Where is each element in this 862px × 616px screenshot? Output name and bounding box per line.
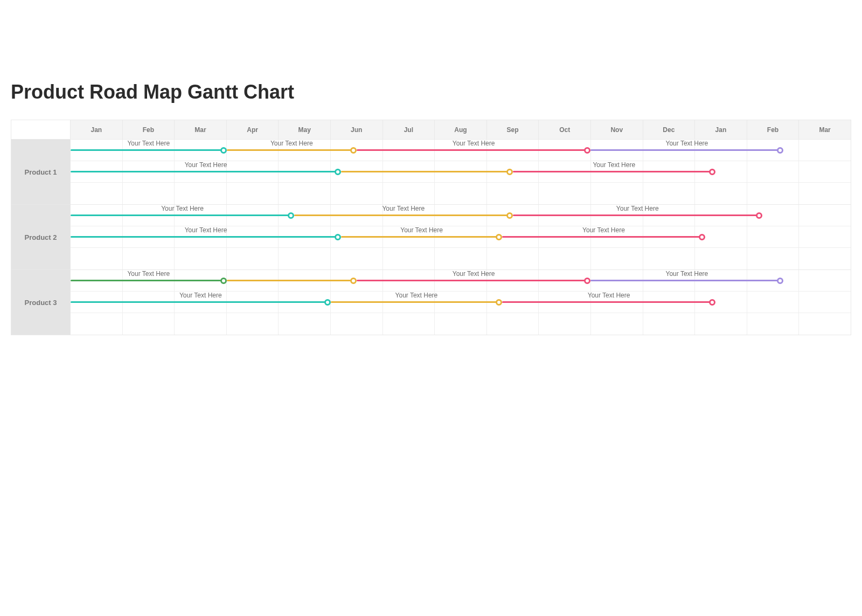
product-label: Product 3 — [11, 270, 71, 335]
gantt-segment-line — [71, 171, 338, 172]
product-timeline: Your Text HereYour Text HereYour Text He… — [71, 205, 851, 269]
gantt-segment-end-icon — [288, 212, 294, 219]
gantt-segment-line — [71, 236, 338, 238]
gantt-segment-label: Your Text Here — [382, 205, 425, 212]
gantt-segment-label: Your Text Here — [185, 161, 227, 169]
gantt-segment-line — [357, 280, 587, 281]
page-title: Product Road Map Gantt Chart — [11, 81, 851, 103]
product-row: Product 2Your Text HereYour Text HereYou… — [11, 205, 851, 270]
gantt-segment-label: Your Text Here — [179, 292, 222, 299]
gantt-header-months: JanFebMarAprMayJunJulAugSepOctNovDecJanF… — [71, 120, 851, 139]
gantt-segment-line — [71, 301, 328, 303]
gantt-segment-line — [502, 301, 712, 303]
gantt-segment-label: Your Text Here — [270, 140, 313, 147]
gantt-segment-label: Your Text Here — [127, 140, 170, 147]
gantt-segment-label: Your Text Here — [593, 161, 635, 169]
product-row: Product 1Your Text HereYour Text HereYou… — [11, 140, 851, 205]
gantt-segment-line — [227, 280, 353, 281]
gantt-segment-end-icon — [777, 278, 783, 284]
gantt-segment-line — [294, 214, 509, 216]
gantt-segment-end-icon — [496, 299, 502, 306]
gantt-segment-label: Your Text Here — [161, 205, 204, 212]
gantt-segment-end-icon — [709, 169, 715, 175]
gantt-segment-label: Your Text Here — [400, 226, 443, 234]
gantt-chart: JanFebMarAprMayJunJulAugSepOctNovDecJanF… — [11, 120, 851, 335]
gantt-header-corner — [11, 120, 71, 139]
gantt-segment-end-icon — [699, 234, 705, 240]
month-header-cell: Jan — [695, 120, 747, 139]
month-header-cell: Aug — [435, 120, 487, 139]
month-header-cell: Apr — [227, 120, 279, 139]
gantt-segment-end-icon — [506, 169, 513, 175]
gantt-track: Your Text HereYour Text HereYour Text He… — [71, 226, 851, 248]
month-header-cell: Oct — [539, 120, 591, 139]
gantt-track: Your Text HereYour Text HereYour Text He… — [71, 205, 851, 226]
gantt-body: Product 1Your Text HereYour Text HereYou… — [11, 140, 851, 335]
gantt-track — [71, 313, 851, 335]
gantt-segment-end-icon — [350, 147, 357, 154]
gantt-segment-label: Your Text Here — [582, 226, 625, 234]
gantt-segment-label: Your Text Here — [666, 140, 708, 147]
page: Product Road Map Gantt Chart JanFebMarAp… — [0, 0, 862, 616]
gantt-segment-label: Your Text Here — [588, 292, 630, 299]
product-timeline: Your Text HereYour Text HereYour Text He… — [71, 140, 851, 204]
gantt-segment-label: Your Text Here — [185, 226, 227, 234]
gantt-segment-line — [357, 149, 587, 151]
gantt-segment-end-icon — [220, 147, 227, 154]
gantt-segment-end-icon — [220, 278, 227, 284]
gantt-segment-end-icon — [584, 147, 590, 154]
product-row: Product 3Your Text HereYour Text HereYou… — [11, 270, 851, 335]
gantt-segment-label: Your Text Here — [616, 205, 659, 212]
gantt-segment-label: Your Text Here — [127, 270, 170, 278]
month-header-cell: Nov — [591, 120, 643, 139]
month-header-cell: Jun — [331, 120, 383, 139]
gantt-track: Your Text HereYour Text HereYour Text He… — [71, 292, 851, 313]
month-header-cell: May — [279, 120, 331, 139]
gantt-segment-line — [513, 171, 712, 172]
gantt-segment-end-icon — [756, 212, 762, 219]
month-header-cell: Feb — [123, 120, 175, 139]
gantt-segment-line — [71, 280, 224, 281]
gantt-track — [71, 248, 851, 269]
gantt-segment-line — [331, 301, 499, 303]
gantt-segment-label: Your Text Here — [666, 270, 708, 278]
gantt-segment-label: Your Text Here — [395, 292, 438, 299]
month-header-cell: Mar — [799, 120, 851, 139]
gantt-segment-end-icon — [335, 234, 341, 240]
gantt-segment-label: Your Text Here — [453, 140, 495, 147]
month-header-cell: Jul — [383, 120, 435, 139]
product-label: Product 2 — [11, 205, 71, 269]
gantt-segment-end-icon — [335, 169, 341, 175]
gantt-segment-line — [227, 149, 353, 151]
gantt-segment-end-icon — [324, 299, 331, 306]
gantt-segment-line — [502, 236, 701, 238]
month-header-cell: Dec — [643, 120, 696, 139]
gantt-segment-label: Your Text Here — [453, 270, 495, 278]
gantt-segment-line — [71, 214, 291, 216]
gantt-segment-line — [590, 280, 780, 281]
gantt-segment-line — [513, 214, 759, 216]
gantt-segment-end-icon — [777, 147, 783, 154]
gantt-track: Your Text HereYour Text Here — [71, 161, 851, 183]
product-timeline: Your Text HereYour Text HereYour Text He… — [71, 270, 851, 335]
gantt-segment-line — [341, 171, 510, 172]
gantt-segment-line — [341, 236, 499, 238]
month-header-cell: Mar — [175, 120, 227, 139]
month-header-cell: Jan — [71, 120, 123, 139]
month-header-cell: Feb — [747, 120, 800, 139]
gantt-track: Your Text HereYour Text HereYour Text He… — [71, 140, 851, 161]
gantt-segment-end-icon — [496, 234, 502, 240]
gantt-header-row: JanFebMarAprMayJunJulAugSepOctNovDecJanF… — [11, 120, 851, 140]
month-header-cell: Sep — [487, 120, 539, 139]
gantt-track: Your Text HereYour Text HereYour Text He… — [71, 270, 851, 292]
gantt-track — [71, 183, 851, 204]
gantt-segment-end-icon — [506, 212, 513, 219]
gantt-segment-end-icon — [350, 278, 357, 284]
gantt-segment-line — [590, 149, 780, 151]
gantt-segment-end-icon — [709, 299, 715, 306]
gantt-segment-end-icon — [584, 278, 590, 284]
product-label: Product 1 — [11, 140, 71, 204]
gantt-segment-line — [71, 149, 224, 151]
